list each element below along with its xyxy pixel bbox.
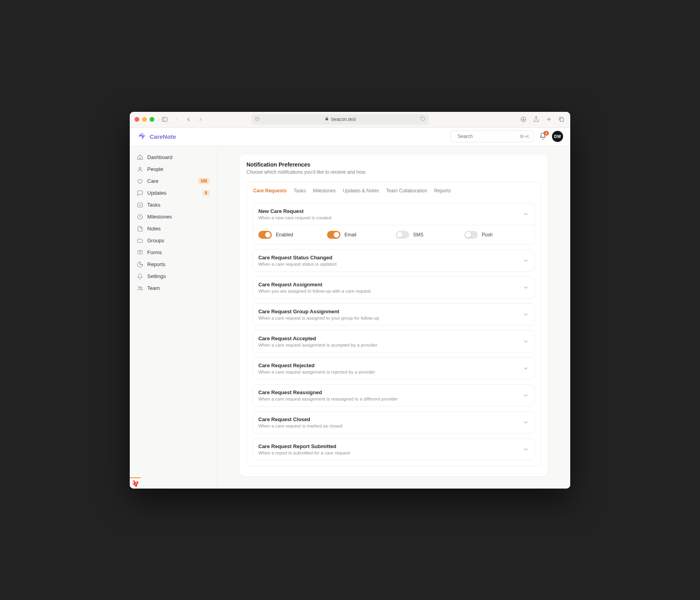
pref-title: Care Request Status Changed <box>258 255 519 261</box>
check-icon <box>137 202 143 208</box>
sidebar-item-label: Forms <box>147 249 162 255</box>
sidebar-item-count: 6 <box>202 190 210 196</box>
tab-milestones[interactable]: Milestones <box>313 186 336 195</box>
pref-desc: When you are assigned to follow-up with … <box>258 289 519 293</box>
svg-rect-13 <box>138 203 142 207</box>
sms-switch[interactable] <box>396 231 409 239</box>
pref-row-head[interactable]: Care Request Report SubmittedWhen a repo… <box>253 439 535 460</box>
pref-row-head[interactable]: Care Request Group AssignmentWhen a care… <box>253 304 535 325</box>
pref-row: Care Request Group AssignmentWhen a care… <box>252 303 535 326</box>
sidebar-item-notes[interactable]: Notes <box>134 223 213 235</box>
pref-row: Care Request Report SubmittedWhen a repo… <box>252 438 535 460</box>
sidebar-item-label: People <box>147 166 163 172</box>
enabled-switch[interactable] <box>258 231 272 239</box>
pref-row: Care Request ClosedWhen a care request i… <box>252 411 535 433</box>
search-input[interactable]: ⌘+K <box>450 130 534 142</box>
pref-title: Care Request Accepted <box>258 335 519 341</box>
laravel-debug-icon[interactable] <box>130 477 141 489</box>
reload-icon[interactable] <box>420 116 425 123</box>
sidebar-item-dashboard[interactable]: Dashboard <box>134 151 213 163</box>
tab-reports[interactable]: Reports <box>434 186 451 195</box>
chevron-down-icon <box>523 365 529 372</box>
pref-row-head[interactable]: Care Request AcceptedWhen a care request… <box>253 331 535 352</box>
sidebar-item-count: 105 <box>198 178 210 184</box>
browser-toolbar: beacon.test <box>130 112 570 128</box>
preference-list: New Care RequestWhen a new care request … <box>252 203 535 460</box>
pref-row: Care Request ReassignedWhen a care reque… <box>252 384 535 406</box>
brand-logo[interactable]: CareNote <box>137 132 176 141</box>
tab-care-requests[interactable]: Care Requests <box>253 186 287 195</box>
app-header: CareNote ⌘+K 2 DW <box>130 128 570 146</box>
tab-updates-notes[interactable]: Updates & Notes <box>343 186 379 195</box>
chevron-up-icon <box>523 211 529 217</box>
pref-title: Care Request Reassigned <box>258 389 519 395</box>
maximize-window-button[interactable] <box>150 117 154 122</box>
search-field[interactable] <box>458 134 517 139</box>
sidebar-item-forms[interactable]: Forms <box>134 247 213 259</box>
sidebar-item-settings[interactable]: Settings <box>134 270 213 282</box>
forward-button[interactable] <box>196 115 204 123</box>
team-icon <box>137 285 143 291</box>
new-tab-icon[interactable] <box>545 115 553 123</box>
pref-row-head[interactable]: Care Request AssignmentWhen you are assi… <box>253 277 535 298</box>
folder-icon <box>137 238 143 244</box>
sidebar-item-care[interactable]: Care105 <box>134 175 213 187</box>
back-button[interactable] <box>185 115 192 123</box>
tab-tasks[interactable]: Tasks <box>294 186 306 195</box>
chevron-down-icon[interactable] <box>173 115 181 123</box>
tab-team-collaboration[interactable]: Team Collaboration <box>386 186 427 195</box>
sidebar-item-groups[interactable]: Groups <box>134 235 213 247</box>
pref-desc: When a care request assignment is reassi… <box>258 397 519 401</box>
toggle-label: SMS <box>413 232 423 238</box>
chevron-down-icon <box>523 284 529 291</box>
logo-icon <box>137 132 146 141</box>
sidebar-item-label: Groups <box>147 238 164 243</box>
pref-title: Care Request Rejected <box>258 362 519 368</box>
sidebar-item-milestones[interactable]: Milestones <box>134 211 213 223</box>
pref-desc: When a care request is assigned to your … <box>258 316 519 320</box>
url-bar[interactable]: beacon.test <box>252 114 429 125</box>
notifications-button[interactable]: 2 <box>539 132 546 141</box>
tabs-icon[interactable] <box>558 115 565 123</box>
content-area: Notification Preferences Choose which no… <box>217 146 570 489</box>
heart-icon <box>137 178 143 184</box>
sidebar-item-label: Milestones <box>147 214 172 220</box>
pref-desc: When a report is submitted for a care re… <box>258 450 519 455</box>
window-controls <box>135 117 154 122</box>
pref-row: Care Request AssignmentWhen you are assi… <box>252 276 535 299</box>
notification-badge: 2 <box>544 131 549 136</box>
pref-row-head[interactable]: Care Request Status ChangedWhen a care r… <box>253 250 535 271</box>
pref-row-head[interactable]: Care Request ClosedWhen a care request i… <box>253 412 535 433</box>
chevron-down-icon <box>523 419 529 426</box>
pref-row-head[interactable]: Care Request RejectedWhen a care request… <box>253 358 535 379</box>
lock-icon <box>325 117 329 122</box>
pref-desc: When a care request status is updated <box>258 262 519 266</box>
pref-title: Care Request Assignment <box>258 282 519 288</box>
site-settings-icon[interactable] <box>255 117 260 123</box>
close-window-button[interactable] <box>135 117 139 122</box>
sidebar-icon[interactable] <box>161 115 169 123</box>
toggle-email: Email <box>327 231 392 239</box>
sidebar-item-label: Tasks <box>147 202 160 208</box>
sidebar-item-reports[interactable]: Reports <box>134 259 213 270</box>
sidebar-item-label: Care <box>147 178 158 184</box>
chevron-down-icon <box>523 392 529 399</box>
search-shortcut: ⌘+K <box>519 134 529 139</box>
sidebar-item-team[interactable]: Team <box>134 282 213 294</box>
sidebar-item-label: Updates <box>147 190 166 196</box>
pref-row: Care Request RejectedWhen a care request… <box>252 357 535 380</box>
downloads-icon[interactable] <box>519 115 527 123</box>
sidebar-item-tasks[interactable]: Tasks <box>134 199 213 211</box>
sidebar-item-people[interactable]: People <box>134 163 213 175</box>
preferences-panel: Notification Preferences Choose which no… <box>239 154 548 477</box>
minimize-window-button[interactable] <box>142 117 147 122</box>
pref-row-head[interactable]: New Care RequestWhen a new care request … <box>253 203 535 225</box>
avatar[interactable]: DW <box>552 131 563 142</box>
email-switch[interactable] <box>327 231 340 239</box>
sidebar-item-updates[interactable]: Updates6 <box>134 187 213 199</box>
tab-bar: Care RequestsTasksMilestonesUpdates & No… <box>252 186 535 198</box>
share-icon[interactable] <box>532 115 540 123</box>
pref-row-head[interactable]: Care Request ReassignedWhen a care reque… <box>253 385 535 406</box>
push-switch[interactable] <box>464 231 478 239</box>
pref-title: New Care Request <box>258 208 519 214</box>
